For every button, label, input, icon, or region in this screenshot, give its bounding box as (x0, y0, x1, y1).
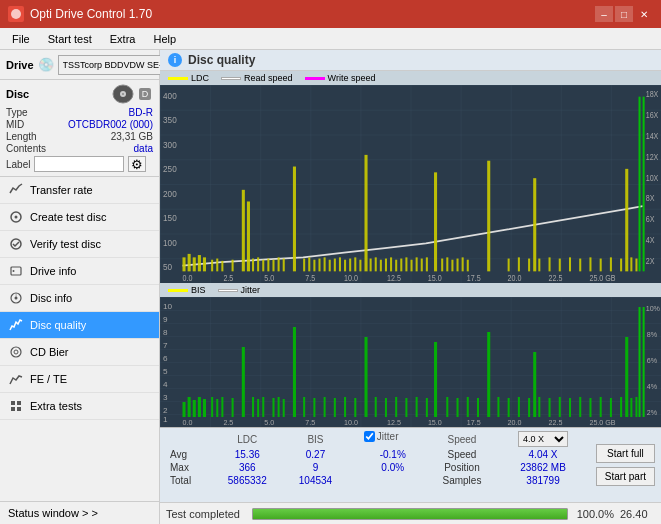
svg-rect-145 (232, 398, 234, 417)
svg-rect-49 (211, 260, 213, 272)
svg-rect-68 (344, 260, 346, 272)
sidebar-item-fe-te[interactable]: FE / TE (0, 366, 159, 393)
total-label: Total (166, 474, 211, 487)
svg-text:400: 400 (163, 90, 177, 101)
svg-rect-75 (385, 259, 387, 272)
svg-text:16X: 16X (646, 110, 659, 120)
label-btn[interactable]: ⚙ (128, 156, 146, 172)
drive-bar: Drive 💿 TSSTcorp BDDVDW SE-506CB TS02 ⏏ … (0, 50, 159, 80)
contents-label: Contents (6, 143, 46, 154)
svg-rect-121 (160, 297, 661, 427)
stats-row-avg: Avg 15.36 0.27 -0.1% Speed 4.04 X (166, 448, 588, 461)
svg-rect-186 (610, 398, 612, 417)
bottom-chart-svg: 10 9 8 7 6 5 4 3 2 1 10% 8% 6% 4% 2% (160, 297, 661, 427)
svg-text:4%: 4% (647, 383, 658, 390)
svg-rect-90 (487, 161, 490, 272)
svg-text:15.0: 15.0 (428, 273, 442, 283)
svg-point-10 (13, 270, 15, 272)
svg-rect-69 (349, 259, 351, 272)
svg-rect-171 (446, 397, 448, 417)
write-speed-color (305, 77, 325, 80)
start-part-button[interactable]: Start part (596, 467, 655, 486)
menu-help[interactable]: Help (145, 31, 184, 47)
svg-rect-104 (625, 169, 628, 271)
svg-rect-155 (262, 397, 264, 417)
svg-text:10: 10 (163, 302, 173, 311)
svg-rect-160 (313, 398, 315, 417)
svg-text:2X: 2X (646, 257, 655, 267)
col-empty (166, 430, 211, 448)
label-input[interactable] (34, 156, 124, 172)
type-label: Type (6, 107, 28, 118)
nav-list: Transfer rate Create test disc Verify te… (0, 177, 159, 420)
svg-rect-151 (533, 352, 536, 417)
start-full-button[interactable]: Start full (596, 444, 655, 463)
svg-text:17.5: 17.5 (467, 419, 481, 426)
svg-rect-144 (221, 397, 223, 417)
svg-rect-16 (11, 401, 15, 405)
svg-text:10X: 10X (646, 173, 659, 183)
total-bis: 104534 (284, 474, 348, 487)
top-legend: LDC Read speed Write speed (160, 71, 661, 85)
menubar: File Start test Extra Help (0, 28, 661, 50)
mid-value: OTCBDR002 (000) (68, 119, 153, 130)
svg-rect-189 (635, 397, 637, 417)
minimize-button[interactable]: – (595, 6, 613, 22)
svg-rect-57 (272, 260, 274, 272)
svg-rect-103 (620, 259, 622, 272)
col-speed-val: 4.0 X (498, 430, 588, 448)
max-jitter: 0.0% (360, 461, 426, 474)
svg-rect-157 (278, 397, 280, 417)
legend-read-speed: Read speed (221, 73, 293, 83)
svg-rect-147 (293, 327, 296, 417)
disc-panel-icon: D (111, 84, 153, 104)
svg-text:10.0: 10.0 (344, 419, 358, 426)
menu-extra[interactable]: Extra (102, 31, 144, 47)
sidebar-item-transfer-rate[interactable]: Transfer rate (0, 177, 159, 204)
svg-rect-65 (329, 260, 331, 272)
disc-quality-icon (8, 317, 24, 333)
svg-rect-108 (643, 97, 645, 272)
app-title: Opti Drive Control 1.70 (30, 7, 152, 21)
menu-start-test[interactable]: Start test (40, 31, 100, 47)
svg-rect-56 (267, 259, 269, 272)
svg-rect-87 (457, 259, 459, 272)
status-window-button[interactable]: Status window > > (0, 501, 159, 524)
top-chart-svg: 400 350 300 250 200 150 100 50 18X 16X 1… (160, 85, 661, 283)
sidebar-item-disc-info[interactable]: i Disc info (0, 285, 159, 312)
drive-info-icon (8, 263, 24, 279)
svg-text:2: 2 (163, 406, 168, 415)
max-spacer (347, 461, 359, 474)
transfer-rate-icon (8, 182, 24, 198)
action-buttons: Start full Start part (596, 430, 655, 500)
svg-text:10.0: 10.0 (344, 273, 358, 283)
svg-rect-52 (232, 260, 234, 272)
sidebar: Drive 💿 TSSTcorp BDDVDW SE-506CB TS02 ⏏ … (0, 50, 160, 524)
svg-text:25.0 GB: 25.0 GB (589, 419, 615, 426)
nav-label-disc-info: Disc info (30, 292, 72, 304)
sidebar-item-verify-test-disc[interactable]: Verify test disc (0, 231, 159, 258)
sidebar-item-cd-bier[interactable]: CD Bier (0, 339, 159, 366)
sidebar-item-extra-tests[interactable]: Extra tests (0, 393, 159, 420)
sidebar-item-disc-quality[interactable]: Disc quality (0, 312, 159, 339)
sidebar-item-drive-info[interactable]: Drive info (0, 258, 159, 285)
app-icon (8, 6, 24, 22)
svg-rect-161 (324, 397, 326, 417)
svg-text:6%: 6% (647, 357, 658, 364)
jitter-checkbox[interactable] (364, 431, 375, 442)
stats-table: LDC BIS Jitter Speed 4.0 X (166, 430, 588, 500)
maximize-button[interactable]: □ (615, 6, 633, 22)
menu-file[interactable]: File (4, 31, 38, 47)
close-button[interactable]: ✕ (635, 6, 653, 22)
sidebar-item-create-test-disc[interactable]: Create test disc (0, 204, 159, 231)
avg-spacer (347, 448, 359, 461)
bottom-legend: BIS Jitter (160, 283, 661, 297)
svg-rect-50 (216, 259, 218, 272)
disc-type-row: Type BD-R (6, 107, 153, 118)
svg-text:4X: 4X (646, 236, 655, 246)
svg-rect-137 (182, 402, 185, 417)
speed-select-stats[interactable]: 4.0 X (518, 431, 568, 447)
svg-text:5.0: 5.0 (264, 419, 274, 426)
progress-bar-fill (253, 509, 567, 519)
position-label: Position (426, 461, 498, 474)
